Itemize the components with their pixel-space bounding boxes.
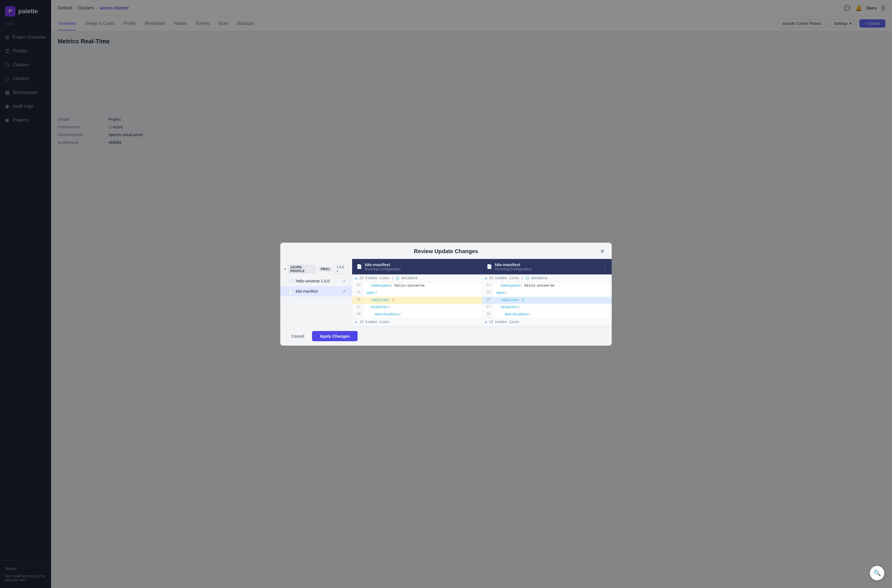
diff-left-side: 📄 k8s-manifest Running Configuration ❄ 2… [352,259,482,326]
layer-item-k8s-manifest[interactable]: 📄 k8s-manifest ✓ [280,286,352,297]
left-line-25: 25 spec: [352,290,482,297]
right-file-name: k8s-manifest [495,262,532,267]
layer-k8s-manifest-check-icon: ✓ [343,289,346,294]
chevron-icon: ▾ [284,267,286,271]
right-file-icon: 📄 [487,264,492,269]
snowflake-icon-right-bottom: ❄ [485,320,487,325]
right-linecontent-24: namespace: hello-universe [493,282,612,290]
left-metadata-label: | {} metadata [391,276,417,280]
left-config-type: Running Configuration [365,267,401,271]
modal-footer: Cancel Apply Changes [280,326,612,346]
left-linecontent-25: spec: [363,290,482,297]
modal-close-button[interactable]: ✕ [598,248,606,255]
left-separator-bottom: ❄ 12 hidden lines [352,318,482,326]
right-hidden-top: 23 hidden lines [489,276,519,280]
version-dropdown-icon[interactable]: ▾ [336,269,338,273]
proj-tag: PROJ [318,267,332,272]
search-fab-button[interactable]: 🔍 [870,566,884,580]
right-linecontent-25: spec: [493,290,612,297]
diff-left-content: ❄ 23 hidden lines | {} metadata 24 names… [352,274,482,326]
version-value: 1.0.0 [336,265,344,269]
layer-file-icon2: 📄 [288,289,294,294]
left-linenum-26: 26 [352,297,363,304]
modal-title: Review Update Changes [288,248,604,255]
layer-hello-universe-label: hello-universe 1.0.0 [296,279,329,283]
right-line-25: 25 spec: [482,290,612,297]
left-separator-top: ❄ 23 hidden lines | {} metadata [352,274,482,282]
left-line-27: 27 selector: [352,304,482,311]
left-line-28: 28 matchLabels: [352,311,482,318]
left-line-26: 26 replicas: 1 [352,297,482,304]
left-file-icon: 📄 [356,264,362,269]
right-line-26: 26 replicas: 3 [482,297,612,304]
diff-right-content: ❄ 23 hidden lines | {} metadata 24 names… [482,274,612,326]
snowflake-icon-left-top: ❄ [355,276,357,281]
right-separator-bottom: ❄ 12 hidden lines [482,318,612,326]
left-linenum-25: 25 [352,290,363,297]
right-line-28: 28 matchLabels: [482,311,612,318]
diff-right-header: 📄 k8s-manifest Incoming Configuration ⋮ [482,259,612,274]
diff-left-header: 📄 k8s-manifest Running Configuration [352,259,482,274]
snowflake-icon-left-bottom: ❄ [355,320,357,325]
right-config-type: Incoming Configuration [495,267,532,271]
layer-k8s-manifest-label: k8s-manifest [296,289,318,294]
right-linenum-27: 27 [482,304,493,311]
left-linecontent-28: matchLabels: [363,311,482,318]
right-linecontent-28: matchLabels: [493,311,612,318]
modal: Review Update Changes ✕ ▾ AZURE-PROFILE … [280,243,612,346]
left-linenum-27: 27 [352,304,363,311]
left-linecontent-24: namespace: hello-universe [363,282,482,290]
modal-overlay: Review Update Changes ✕ ▾ AZURE-PROFILE … [0,0,892,588]
left-header-text: k8s-manifest Running Configuration [365,262,401,271]
right-hidden-bottom: 12 hidden lines [489,320,519,324]
left-line-24: 24 namespace: hello-universe [352,282,482,290]
right-line-24: 24 namespace: hello-universe [482,282,612,290]
search-fab-icon: 🔍 [874,570,881,577]
left-linenum-28: 28 [352,311,363,318]
right-header-text: k8s-manifest Incoming Configuration [495,262,532,271]
right-linenum-24: 24 [482,282,493,290]
diff-container: 📄 k8s-manifest Running Configuration ❄ 2… [352,259,612,326]
left-linecontent-27: selector: [363,304,482,311]
right-separator-top: ❄ 23 hidden lines | {} metadata [482,274,612,282]
right-linenum-25: 25 [482,290,493,297]
right-linenum-28: 28 [482,311,493,318]
profile-tag: AZURE-PROFILE [288,265,316,274]
left-panel: ▾ AZURE-PROFILE PROJ 1.0.0 ▾ 📄 hello-uni… [280,259,352,326]
modal-header: Review Update Changes ✕ [280,243,612,259]
right-linecontent-27: selector: [493,304,612,311]
diff-menu-icon[interactable]: ⋮ [602,263,607,270]
layer-hello-universe-check-icon: ✓ [343,279,346,284]
left-linecontent-26: replicas: 1 [363,297,482,304]
right-panel: 📄 k8s-manifest Running Configuration ❄ 2… [352,259,612,326]
profile-row: ▾ AZURE-PROFILE PROJ 1.0.0 ▾ [280,262,352,276]
cancel-button[interactable]: Cancel [287,332,309,340]
right-line-27: 27 selector: [482,304,612,311]
right-metadata-label: | {} metadata [521,276,547,280]
left-linenum-24: 24 [352,282,363,290]
left-hidden-top: 23 hidden lines [359,276,389,280]
right-linenum-26: 26 [482,297,493,304]
profile-version: 1.0.0 ▾ [334,264,348,274]
apply-changes-button[interactable]: Apply Changes [312,331,357,341]
modal-body: ▾ AZURE-PROFILE PROJ 1.0.0 ▾ 📄 hello-uni… [280,259,612,326]
snowflake-icon-right-top: ❄ [485,276,487,281]
right-linecontent-26: replicas: 3 [493,297,612,304]
left-hidden-bottom: 12 hidden lines [359,320,389,324]
layer-item-hello-universe[interactable]: 📄 hello-universe 1.0.0 ✓ [280,276,352,286]
left-file-name: k8s-manifest [365,262,401,267]
layer-file-icon: 📄 [288,279,294,284]
diff-right-side: 📄 k8s-manifest Incoming Configuration ⋮ … [482,259,612,326]
